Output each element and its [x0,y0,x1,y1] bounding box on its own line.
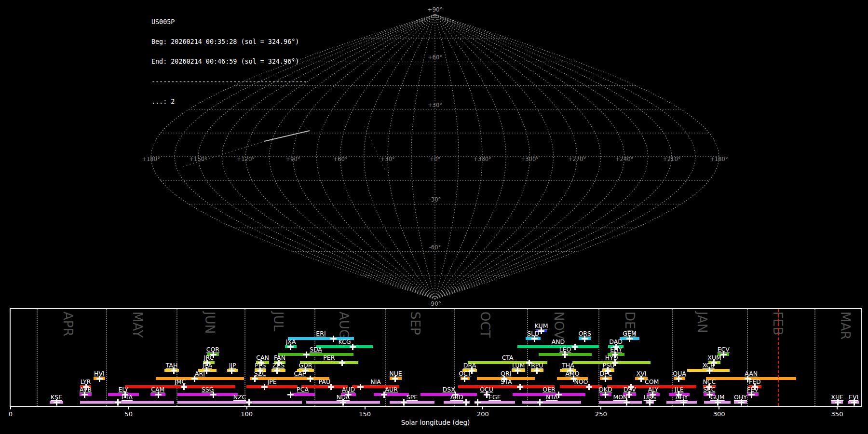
latitude-label: +30° [428,102,442,108]
peak-marker-EGE [475,399,481,406]
peak-marker-SPE [401,399,407,406]
peak-marker-FEV [748,392,755,398]
equator-label: +90° [285,156,300,163]
peak-marker-GUM [715,399,721,406]
equator-label: +180° [710,156,728,163]
shower-label-OER: OER [542,386,555,393]
shower-bar-JMC [125,385,235,388]
activity-timeline: APRMAYJUNJULAUGSEPOCTNOVDECJANFEBMARKUME… [10,308,862,407]
month-label-SEP: SEP [408,312,422,335]
peak-marker-ERI [330,336,337,342]
equator-label: +210° [663,156,680,163]
month-boundary-AUG [314,309,315,406]
peak-marker-EVI [851,399,857,406]
equator-label: +120° [237,156,255,163]
peak-marker-PER [339,360,345,366]
shower-label-EGE: EGE [488,394,501,400]
peak-marker-ORS [582,336,588,342]
axis-tick-300 [719,407,719,409]
shower-bar-ARI [156,377,244,380]
shower-label-JPE: JPE [268,379,277,385]
shower-bar-ETA [80,401,174,404]
equator-label: +300° [521,156,539,163]
shower-label-ARD: ARD [450,394,463,400]
shower-bar-AUR [374,393,409,396]
peak-marker-DPC [602,376,609,382]
axis-tick-200 [482,407,483,409]
x-axis-title: Solar longitude (deg) [401,419,470,426]
peak-marker-XVI [638,376,644,382]
peak-marker-LEO [562,352,568,358]
peak-marker-QUA [676,376,682,382]
shower-bar-STA [458,385,555,388]
peak-marker-ARD [463,399,469,406]
equator-label: +270° [568,156,586,163]
peak-marker-AVB [81,392,88,398]
peak-marker-KCG [350,344,356,350]
axis-tick-label-100: 100 [241,410,253,418]
month-boundary-JUN [176,309,177,406]
axis-tick-100 [246,407,247,409]
peak-marker-AUR [381,392,387,398]
peak-marker-ARI [191,376,198,382]
peak-marker-PCA [287,392,294,398]
month-label-JAN: JAN [695,312,709,333]
peak-marker-STA [517,384,523,390]
peak-marker-AHY [680,399,687,406]
shower-bar-SSG [177,393,238,396]
shower-bar-PCA [290,393,315,396]
pole-label-bottom: -90° [429,300,441,307]
peak-marker-AND [572,344,578,350]
shower-bar-JPE [246,385,298,388]
axis-tick-50 [128,407,129,409]
peak-marker-ETA [115,399,121,406]
month-boundary-JUL [244,309,245,406]
peak-marker-DKD [602,392,609,398]
latitude-label: -30° [429,196,441,203]
peak-marker-CAP [307,376,313,382]
equator-label: +150° [189,156,207,163]
peak-marker-PAU [328,384,334,390]
peak-marker-TAH [171,367,177,374]
peak-marker-JMC [181,384,187,390]
sky-map: +90°-90°+60°+30°-30°-60°+180°+150°+120°+… [0,0,868,307]
peak-marker-OHY [738,399,745,406]
axis-tick-label-0: 0 [9,410,13,418]
month-label-JUN: JUN [203,312,217,334]
peak-marker-XCB [706,367,713,374]
peak-marker-NZC [246,399,252,406]
axis-tick-label-200: 200 [477,410,489,418]
shower-bar-DSX [420,393,477,396]
meteor-trail [183,141,264,166]
peak-marker-GEM [626,336,633,342]
peak-marker-SDA [303,352,310,358]
peak-marker-KUM [538,328,544,334]
shower-label-NIA: NIA [370,379,381,385]
peak-marker-ZCS [274,367,280,374]
peak-marker-JXA [287,344,294,350]
shower-label-COM: COM [645,379,659,385]
shower-label-NTA: NTA [546,394,558,400]
peak-marker-ECV [720,352,727,358]
axis-tick-label-50: 50 [125,410,133,418]
shower-bar-SDA [278,353,353,356]
peak-marker-NIA [357,384,364,390]
peak-marker-NUE [392,376,398,382]
shower-label-ERI: ERI [316,330,326,337]
peak-marker-HVI [96,376,103,382]
peak-marker-URS [647,399,653,406]
peak-marker-SZC [252,376,258,382]
shower-label-AND: AND [552,339,565,345]
month-label-NOV: NOV [552,312,566,339]
peak-marker-SSG [210,392,217,398]
axis-tick-0 [10,407,11,409]
equator-label: +30° [380,156,395,163]
month-label-JUL: JUL [271,312,285,331]
axis-tick-label-250: 250 [595,410,607,418]
month-label-APR: APR [61,312,75,337]
peak-marker-OCT [461,376,468,382]
shower-bar-SPE [390,401,434,404]
peak-marker-SLD [531,336,538,342]
month-label-AUG: AUG [337,312,351,339]
month-label-OCT: OCT [478,312,492,338]
